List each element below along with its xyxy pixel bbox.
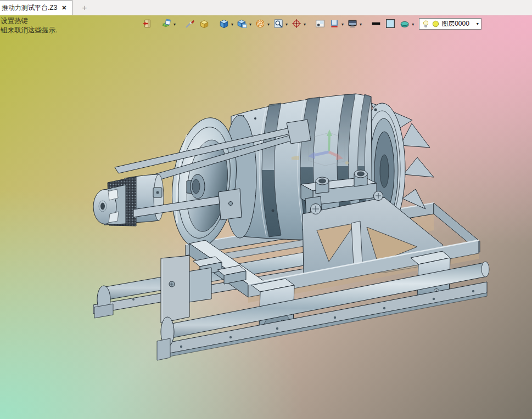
model-scene[interactable] (0, 15, 532, 419)
zoom-window-icon[interactable] (272, 18, 284, 30)
dropdown-caret-icon[interactable]: ▾ (231, 22, 233, 27)
dropdown-caret-icon[interactable]: ▾ (285, 22, 288, 27)
view-toolbar: ▾ ▾ ▾ ▾ (141, 17, 481, 30)
bulb-icon (422, 20, 430, 28)
box-icon[interactable] (198, 18, 210, 30)
graphics-viewport[interactable]: 设置热键 钮来取消这些提示. ▾ (0, 15, 532, 419)
color-swatch-icon[interactable] (384, 18, 396, 30)
dropdown-caret-icon[interactable]: ▾ (304, 22, 306, 27)
tab-close-icon[interactable]: ✕ (61, 4, 66, 12)
render-layers-icon[interactable] (160, 18, 172, 30)
dropdown-caret-icon[interactable]: ▾ (341, 22, 344, 27)
shaded-cube-icon[interactable] (218, 18, 230, 30)
section-icon[interactable] (328, 18, 340, 30)
layer-combo-label: 图层0000 (441, 19, 475, 29)
dropdown-caret-icon[interactable]: ▾ (267, 22, 270, 27)
layer-color-icon (432, 20, 440, 28)
engine-bellmouth (165, 114, 256, 251)
hint-line-2: 钮来取消这些提示. (1, 26, 57, 35)
disc-icon[interactable] (399, 18, 411, 30)
image-frame-icon[interactable] (314, 18, 326, 30)
wireframe-icon[interactable] (254, 18, 266, 30)
document-tab-bar: 推动力测试平台.Z3 ✕ + (0, 0, 532, 15)
locate-target-icon[interactable] (290, 18, 303, 30)
dropdown-caret-icon[interactable]: ▾ (249, 22, 251, 27)
textured-cube-icon[interactable] (236, 18, 248, 30)
monitor-icon[interactable] (346, 18, 359, 30)
dropdown-caret-icon[interactable]: ▾ (412, 22, 414, 27)
layer-combo[interactable]: 图层0000 ▾ (419, 18, 481, 30)
brush-icon[interactable] (184, 18, 196, 30)
hint-line-1: 设置热键 (1, 16, 57, 26)
hint-text: 设置热键 钮来取消这些提示. (1, 16, 57, 35)
layer-combo-caret-icon[interactable]: ▾ (477, 21, 479, 26)
dropdown-caret-icon[interactable]: ▾ (360, 22, 362, 27)
tab-active-document[interactable]: 推动力测试平台.Z3 ✕ (0, 0, 72, 15)
dropdown-caret-icon[interactable]: ▾ (173, 22, 176, 27)
new-tab-button[interactable]: + (82, 0, 87, 15)
tab-title: 推动力测试平台.Z3 (2, 3, 57, 13)
exit-icon[interactable] (141, 18, 153, 30)
line-width-icon[interactable] (370, 18, 382, 30)
